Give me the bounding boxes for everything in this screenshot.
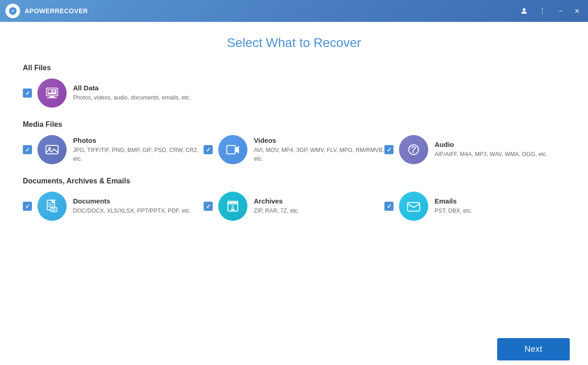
archives-checkbox[interactable] bbox=[204, 202, 213, 211]
photos-checkbox[interactable] bbox=[23, 145, 32, 154]
bottom-bar: Next bbox=[0, 333, 588, 365]
all-data-info: All Data Photos, videos, audio, document… bbox=[73, 84, 191, 102]
all-data-desc: Photos, videos, audio, documents, emails… bbox=[73, 94, 191, 102]
emails-item: Emails PST, DBX, etc. bbox=[384, 192, 565, 221]
audio-item: Audio AIF/AIFF, M4A, MP3, WAV, WMA, OGG,… bbox=[384, 135, 565, 164]
docs-section: Documents, Archives & Emails bbox=[23, 177, 565, 225]
docs-label: Documents, Archives & Emails bbox=[23, 177, 565, 185]
emails-desc: PST, DBX, etc. bbox=[435, 207, 472, 215]
emails-name: Emails bbox=[435, 197, 472, 205]
audio-name: Audio bbox=[435, 141, 548, 148]
archives-desc: ZIP, RAR, 7Z, etc. bbox=[254, 207, 299, 215]
photos-info: Photos JPG, TIFF/TIF, PNG, BMP, GIF, PSD… bbox=[73, 136, 204, 163]
media-files-label: Media Files bbox=[23, 120, 565, 129]
svg-rect-11 bbox=[50, 96, 55, 98]
user-icon-button[interactable] bbox=[517, 4, 531, 18]
all-files-label: All Files bbox=[23, 64, 565, 72]
audio-checkbox[interactable] bbox=[384, 145, 394, 154]
menu-icon-button[interactable] bbox=[535, 4, 550, 18]
emails-info: Emails PST, DBX, etc. bbox=[435, 197, 472, 215]
svg-rect-31 bbox=[231, 209, 235, 210]
svg-rect-32 bbox=[408, 203, 420, 211]
videos-icon bbox=[218, 135, 247, 164]
svg-point-17 bbox=[412, 152, 414, 153]
videos-desc: AVI, MOV, MP4, 3GP, WMV, FLV, MPG, RM/RM… bbox=[254, 146, 384, 163]
app-title: APOWERRECOVER bbox=[25, 7, 517, 15]
photos-name: Photos bbox=[73, 136, 204, 144]
all-data-name: All Data bbox=[73, 84, 191, 92]
archives-info: Archives ZIP, RAR, 7Z, etc. bbox=[254, 197, 299, 215]
svg-rect-15 bbox=[227, 146, 236, 154]
emails-checkbox[interactable] bbox=[384, 202, 394, 211]
minimize-button[interactable]: − bbox=[555, 5, 566, 16]
documents-info: Documents DOC/DOCX, XLS/XLSX, PPT/PPTX, … bbox=[73, 197, 191, 215]
emails-icon bbox=[399, 192, 428, 221]
archives-icon bbox=[218, 192, 247, 221]
next-button[interactable]: Next bbox=[497, 338, 570, 360]
svg-rect-19 bbox=[52, 200, 54, 203]
titlebar-controls: − ✕ bbox=[517, 4, 583, 18]
app-logo bbox=[5, 4, 20, 18]
svg-point-5 bbox=[542, 13, 543, 14]
audio-icon bbox=[399, 135, 428, 164]
archives-name: Archives bbox=[254, 197, 299, 205]
svg-rect-13 bbox=[46, 146, 58, 154]
svg-point-2 bbox=[523, 8, 525, 11]
all-data-icon bbox=[37, 78, 67, 108]
photos-desc: JPG, TIFF/TIF, PNG, BMP, GIF, PSD, CRW, … bbox=[73, 146, 204, 163]
media-items-row: Photos JPG, TIFF/TIF, PNG, BMP, GIF, PSD… bbox=[23, 135, 565, 169]
photos-item: Photos JPG, TIFF/TIF, PNG, BMP, GIF, PSD… bbox=[23, 135, 204, 164]
svg-rect-8 bbox=[48, 90, 52, 92]
archives-item: Archives ZIP, RAR, 7Z, etc. bbox=[204, 192, 384, 221]
documents-desc: DOC/DOCX, XLS/XLSX, PPT/PPTX, PDF, etc. bbox=[73, 207, 191, 215]
documents-icon bbox=[37, 192, 67, 221]
svg-point-3 bbox=[542, 8, 543, 9]
audio-desc: AIF/AIFF, M4A, MP3, WAV, WMA, OGG, etc. bbox=[435, 150, 548, 159]
documents-name: Documents bbox=[73, 197, 191, 205]
docs-items-row: Documents DOC/DOCX, XLS/XLSX, PPT/PPTX, … bbox=[23, 192, 565, 225]
media-files-section: Media Files Photos JPG, TIFF/TIF, PNG, B… bbox=[23, 120, 565, 169]
documents-checkbox[interactable] bbox=[23, 202, 32, 211]
close-button[interactable]: ✕ bbox=[572, 5, 583, 16]
main-content: Select What to Recover All Files All Dat… bbox=[0, 22, 588, 333]
videos-checkbox[interactable] bbox=[204, 145, 213, 154]
all-data-checkbox[interactable] bbox=[23, 89, 32, 98]
documents-item: Documents DOC/DOCX, XLS/XLSX, PPT/PPTX, … bbox=[23, 192, 204, 221]
svg-point-4 bbox=[542, 10, 543, 11]
svg-point-1 bbox=[12, 10, 13, 11]
photos-icon bbox=[37, 135, 67, 164]
all-files-section: All Files All Data Photos, videos, audio… bbox=[23, 64, 565, 112]
titlebar: APOWERRECOVER − ✕ bbox=[0, 0, 588, 22]
videos-name: Videos bbox=[254, 136, 384, 144]
svg-rect-12 bbox=[47, 97, 57, 98]
videos-item: Videos AVI, MOV, MP4, 3GP, WMV, FLV, MPG… bbox=[204, 135, 384, 164]
page-title: Select What to Recover bbox=[23, 36, 565, 50]
audio-info: Audio AIF/AIFF, M4A, MP3, WAV, WMA, OGG,… bbox=[435, 141, 548, 159]
svg-rect-23 bbox=[51, 208, 57, 212]
videos-info: Videos AVI, MOV, MP4, 3GP, WMV, FLV, MPG… bbox=[254, 136, 384, 163]
all-data-item: All Data Photos, videos, audio, document… bbox=[23, 78, 565, 108]
